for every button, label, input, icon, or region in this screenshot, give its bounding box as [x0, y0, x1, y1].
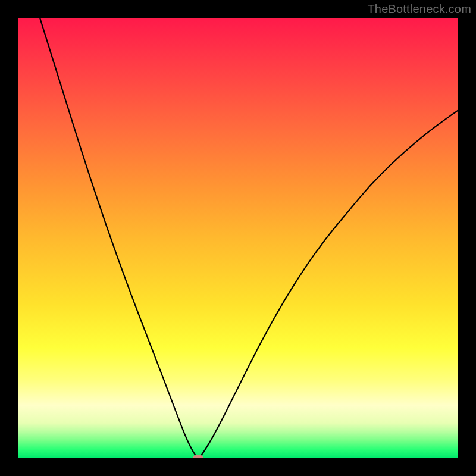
bottleneck-curve	[18, 18, 458, 458]
watermark-text: TheBottleneck.com	[367, 2, 471, 16]
chart-frame: TheBottleneck.com	[0, 0, 476, 476]
plot-area	[18, 18, 458, 458]
optimal-marker	[193, 455, 203, 458]
